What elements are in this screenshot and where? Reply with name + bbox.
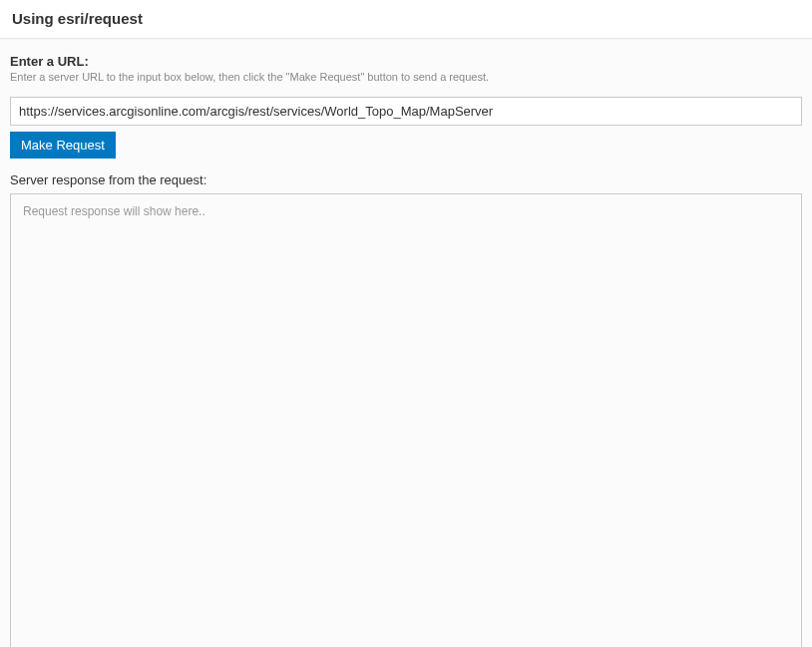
response-textarea[interactable]: [10, 193, 802, 647]
page-body: Enter a URL: Enter a server URL to the i…: [0, 39, 812, 647]
url-input-label: Enter a URL:: [10, 54, 802, 69]
page-header: Using esri/request: [0, 0, 812, 39]
url-input-hint: Enter a server URL to the input box belo…: [10, 71, 802, 83]
page-title: Using esri/request: [12, 10, 800, 27]
response-label: Server response from the request:: [10, 172, 802, 187]
make-request-button[interactable]: Make Request: [10, 132, 116, 159]
url-input[interactable]: [10, 97, 802, 126]
